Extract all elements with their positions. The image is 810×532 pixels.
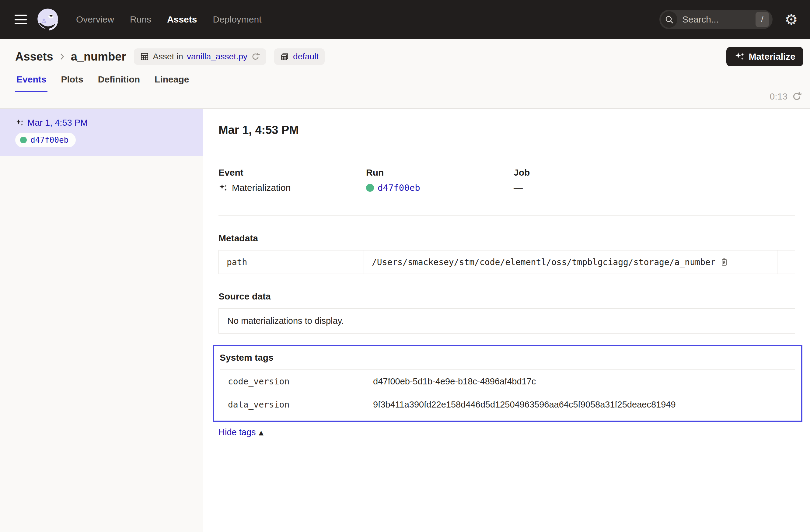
settings-gear-button[interactable]: ⚙: [785, 12, 798, 27]
events-sidebar: Mar 1, 4:53 PM d47f00eb: [0, 109, 203, 532]
metadata-key: path: [219, 251, 364, 274]
summary-job-column: Job —: [514, 167, 795, 193]
hamburger-icon: [15, 15, 27, 16]
asset-name: a_number: [71, 50, 126, 63]
metadata-heading: Metadata: [218, 233, 795, 243]
run-label: Run: [366, 167, 514, 178]
summary-event-column: Event Materialization: [218, 167, 366, 193]
repo-icon: [280, 52, 289, 61]
tag-value: d47f00eb-5d1b-4e9e-b18c-4896af4bd17c: [365, 370, 795, 393]
tab-plots[interactable]: Plots: [60, 71, 84, 92]
asset-grid-icon: [140, 52, 149, 61]
search-input[interactable]: [682, 14, 756, 25]
job-value: —: [514, 182, 795, 193]
content-area: Mar 1, 4:53 PM d47f00eb Mar 1, 4:53 PM E…: [0, 108, 810, 532]
reload-location-icon[interactable]: [251, 52, 260, 61]
table-row: path /Users/smackesey/stm/code/elementl/…: [219, 251, 795, 274]
nav-item-deployment[interactable]: Deployment: [213, 14, 261, 25]
run-status-dot: [20, 136, 27, 143]
system-tags-table: code_version d47f00eb-5d1b-4e9e-b18c-489…: [220, 370, 795, 416]
materialize-label: Materialize: [749, 51, 795, 62]
source-data-box: No materializations to display.: [218, 308, 795, 334]
event-detail-title: Mar 1, 4:53 PM: [218, 124, 795, 136]
repo-link[interactable]: default: [293, 52, 319, 62]
breadcrumb-assets-link[interactable]: Assets: [15, 50, 53, 63]
run-id: d47f00eb: [30, 135, 68, 145]
materialization-sparkle-icon: [15, 118, 25, 128]
event-label: Event: [218, 167, 366, 178]
summary-run-column: Run d47f00eb: [366, 167, 514, 193]
refresh-zone: 0:13: [770, 91, 802, 102]
materialize-button[interactable]: Materialize: [726, 47, 803, 66]
hamburger-menu-button[interactable]: [15, 15, 27, 25]
top-nav: Overview Runs Assets Deployment / ⚙: [0, 0, 810, 39]
tag-key: code_version: [220, 370, 365, 393]
divider: [218, 215, 795, 216]
run-status-dot: [366, 184, 374, 192]
refresh-countdown: 0:13: [770, 91, 788, 102]
main-nav: Overview Runs Assets Deployment: [76, 14, 262, 25]
asset-tabs: Events Plots Definition Lineage: [0, 66, 810, 92]
nav-item-runs[interactable]: Runs: [130, 14, 151, 25]
source-data-empty-message: No materializations to display.: [227, 316, 344, 326]
caret-up-icon: ▲: [259, 429, 263, 436]
page-header: Assets a_number Asset in vanilla_asset.p…: [0, 39, 810, 108]
dagster-logo[interactable]: [35, 7, 60, 32]
source-data-heading: Source data: [218, 291, 795, 302]
search-box[interactable]: /: [659, 10, 773, 29]
table-row: code_version d47f00eb-5d1b-4e9e-b18c-489…: [220, 370, 795, 393]
materialization-sparkle-icon: [218, 183, 228, 193]
nav-item-assets[interactable]: Assets: [167, 14, 197, 25]
metadata-table: path /Users/smackesey/stm/code/elementl/…: [218, 250, 795, 274]
app-root: Overview Runs Assets Deployment / ⚙ Asse…: [0, 0, 810, 532]
job-label: Job: [514, 167, 795, 178]
system-tags-heading: System tags: [220, 352, 795, 363]
hide-tags-label: Hide tags: [218, 427, 256, 437]
slash-shortcut-badge: /: [756, 12, 769, 27]
metadata-extra-cell: [777, 251, 795, 274]
tab-lineage[interactable]: Lineage: [153, 71, 190, 92]
hide-tags-link[interactable]: Hide tags ▲: [218, 427, 263, 437]
asset-file-link[interactable]: vanilla_asset.py: [187, 52, 247, 62]
metadata-path-link[interactable]: /Users/smackesey/stm/code/elementl/oss/t…: [372, 257, 715, 267]
breadcrumb-chevron-icon: [58, 52, 67, 61]
copy-path-button[interactable]: [719, 257, 729, 267]
tab-events[interactable]: Events: [15, 71, 47, 92]
event-timestamp-row: Mar 1, 4:53 PM: [15, 118, 197, 128]
sparkle-icon: [734, 51, 745, 62]
event-timestamp-link[interactable]: Mar 1, 4:53 PM: [27, 118, 87, 128]
asset-location-prefix: Asset in: [153, 52, 183, 62]
tab-definition[interactable]: Definition: [97, 71, 141, 92]
breadcrumb: Assets a_number: [15, 50, 126, 63]
asset-location-badge: Asset in vanilla_asset.py: [134, 48, 266, 65]
clipboard-icon: [719, 257, 729, 267]
refresh-icon[interactable]: [792, 91, 802, 102]
search-icon: [661, 11, 677, 28]
run-id-link[interactable]: d47f00eb: [378, 182, 420, 193]
event-detail-panel: Mar 1, 4:53 PM Event Materialization: [203, 109, 810, 532]
asset-header-row: Assets a_number Asset in vanilla_asset.p…: [0, 39, 810, 66]
event-list-item[interactable]: Mar 1, 4:53 PM d47f00eb: [0, 109, 203, 156]
repo-badge: default: [274, 48, 325, 65]
event-type-value: Materialization: [232, 182, 291, 193]
tag-value: 9f3b411a390fd22e158d446d5d12504963596aa6…: [365, 393, 795, 416]
table-row: data_version 9f3b411a390fd22e158d446d5d1…: [220, 393, 795, 416]
event-summary: Event Materialization Run: [218, 167, 795, 193]
tag-key: data_version: [220, 393, 365, 416]
nav-item-overview[interactable]: Overview: [76, 14, 114, 25]
run-badge[interactable]: d47f00eb: [15, 133, 76, 147]
system-tags-highlight-box: System tags code_version d47f00eb-5d1b-4…: [213, 345, 803, 422]
